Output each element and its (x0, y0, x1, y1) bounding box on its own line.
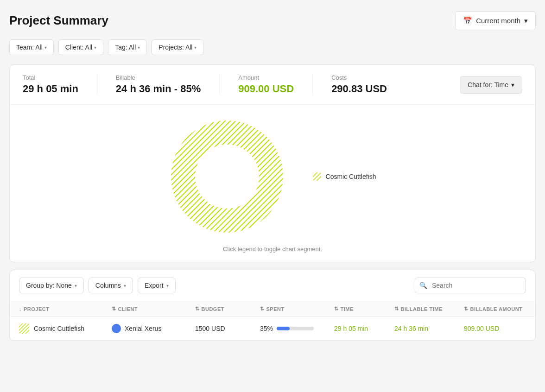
billable-label: Billable (116, 74, 201, 81)
sort-icon: ⇅ (260, 306, 265, 312)
total-value: 29 h 05 min (23, 83, 78, 95)
page-title: Project Summary (9, 13, 108, 28)
chevron-down-icon: ▾ (44, 45, 47, 50)
chat-button[interactable]: Chat for: Time ▾ (460, 76, 522, 94)
columns-button[interactable]: Columns ▾ (89, 278, 133, 293)
progress-bar-fill (277, 327, 290, 330)
chart-note: Click legend to toggle chart segment. (223, 246, 322, 253)
spent-cell: 35% (260, 325, 334, 332)
summary-stats: Total 29 h 05 min Billable 24 h 36 min -… (10, 65, 535, 105)
chevron-down-icon: ▾ (511, 81, 514, 89)
search-icon: 🔍 (419, 282, 427, 289)
summary-card: Total 29 h 05 min Billable 24 h 36 min -… (9, 64, 536, 262)
billable-amount-cell: 909.00 USD (464, 325, 536, 332)
total-stat: Total 29 h 05 min (23, 74, 97, 95)
amount-label: Amount (238, 74, 294, 81)
team-filter-label: Team: All (16, 44, 43, 51)
time-cell: 29 h 05 min (334, 325, 394, 332)
chevron-down-icon: ▾ (138, 45, 140, 50)
col-client-label: CLIENT (118, 306, 138, 312)
export-label: Export (145, 282, 163, 289)
chevron-down-icon: ▾ (524, 17, 528, 25)
search-wrapper: 🔍 (415, 278, 526, 293)
search-input[interactable] (415, 278, 526, 293)
export-button[interactable]: Export ▾ (138, 278, 175, 293)
calendar-icon: 📅 (463, 16, 472, 25)
col-billable-amount-label: BILLABLE AMOUNT (470, 306, 523, 312)
client-avatar (112, 324, 121, 333)
period-selector-button[interactable]: 📅 Current month ▾ (455, 11, 536, 30)
project-icon (19, 323, 29, 334)
sort-icon: ⇅ (394, 306, 399, 312)
col-spent[interactable]: ⇅ SPENT (260, 306, 334, 312)
tag-filter-button[interactable]: Tag: All ▾ (108, 39, 147, 55)
svg-rect-6 (19, 323, 29, 334)
projects-filter-label: Projects: All (158, 44, 192, 51)
costs-label: Costs (331, 74, 387, 81)
sort-icon: ⇅ (195, 306, 200, 312)
svg-point-2 (195, 145, 259, 209)
budget-cell: 1500 USD (195, 325, 260, 332)
client-name: Xenial Xerus (125, 325, 161, 332)
col-billable-time-label: BILLABLE TIME (401, 306, 443, 312)
chevron-down-icon: ▾ (194, 45, 196, 50)
table-card: Group by: None ▾ Columns ▾ Export ▾ 🔍 ↓ … (9, 270, 536, 341)
col-time-label: TIME (341, 306, 354, 312)
billable-value: 24 h 36 min - 85% (116, 83, 201, 95)
projects-filter-button[interactable]: Projects: All ▾ (152, 39, 203, 55)
donut-row: Cosmic Cuttlefish (169, 119, 376, 234)
page-header: Project Summary 📅 Current month ▾ (9, 11, 536, 30)
total-label: Total (23, 74, 78, 81)
chat-label: Chat for: Time (468, 81, 508, 89)
group-by-label: Group by: None (26, 282, 72, 289)
spent-pct: 35% (260, 325, 273, 332)
col-project-label: PROJECT (24, 306, 49, 312)
sort-icon: ⇅ (112, 306, 116, 312)
costs-stat: Costs 290.83 USD (331, 74, 406, 95)
table-row: Cosmic Cuttlefish Xenial Xerus 1500 USD … (10, 317, 535, 341)
svg-rect-4 (313, 172, 321, 181)
chart-area: Cosmic Cuttlefish Click legend to toggle… (10, 105, 535, 262)
sort-icon: ⇅ (334, 306, 339, 312)
costs-value: 290.83 USD (331, 83, 387, 95)
filter-bar: Team: All ▾ Client: All ▾ Tag: All ▾ Pro… (9, 39, 536, 55)
table-toolbar: Group by: None ▾ Columns ▾ Export ▾ 🔍 (10, 270, 535, 301)
client-cell: Xenial Xerus (112, 324, 195, 333)
amount-stat: Amount 909.00 USD (238, 74, 313, 95)
columns-label: Columns (95, 282, 121, 289)
project-name: Cosmic Cuttlefish (34, 325, 84, 332)
billable-time-cell: 24 h 36 min (394, 325, 464, 332)
amount-value: 909.00 USD (238, 83, 294, 95)
progress-bar-background (277, 327, 314, 330)
legend-label: Cosmic Cuttlefish (326, 173, 376, 180)
tag-filter-label: Tag: All (115, 44, 136, 51)
client-filter-button[interactable]: Client: All ▾ (58, 39, 103, 55)
legend-item[interactable]: Cosmic Cuttlefish (313, 172, 376, 181)
table-header: ↓ PROJECT ⇅ CLIENT ⇅ BUDGET ⇅ SPENT ⇅ TI… (10, 301, 535, 317)
col-spent-label: SPENT (266, 306, 285, 312)
billable-stat: Billable 24 h 36 min - 85% (116, 74, 220, 95)
chevron-down-icon: ▾ (75, 283, 77, 288)
donut-chart (169, 119, 285, 234)
legend-color-icon (313, 172, 321, 181)
project-cell: Cosmic Cuttlefish (19, 323, 112, 334)
chevron-down-icon: ▾ (166, 283, 169, 288)
col-client[interactable]: ⇅ CLIENT (112, 306, 195, 312)
col-billable-amount[interactable]: ⇅ BILLABLE AMOUNT (464, 306, 536, 312)
col-budget-label: BUDGET (202, 306, 224, 312)
col-time[interactable]: ⇅ TIME (334, 306, 394, 312)
client-filter-label: Client: All (65, 44, 92, 51)
sort-icon: ⇅ (464, 306, 469, 312)
chevron-down-icon: ▾ (124, 283, 126, 288)
chevron-down-icon: ▾ (94, 45, 96, 50)
team-filter-button[interactable]: Team: All ▾ (9, 39, 54, 55)
period-label: Current month (476, 17, 520, 25)
spent-progress: 35% (260, 325, 334, 332)
col-project[interactable]: ↓ PROJECT (19, 306, 112, 312)
group-by-button[interactable]: Group by: None ▾ (19, 278, 84, 293)
col-budget[interactable]: ⇅ BUDGET (195, 306, 260, 312)
col-billable-time[interactable]: ⇅ BILLABLE TIME (394, 306, 464, 312)
sort-icon: ↓ (19, 306, 22, 312)
